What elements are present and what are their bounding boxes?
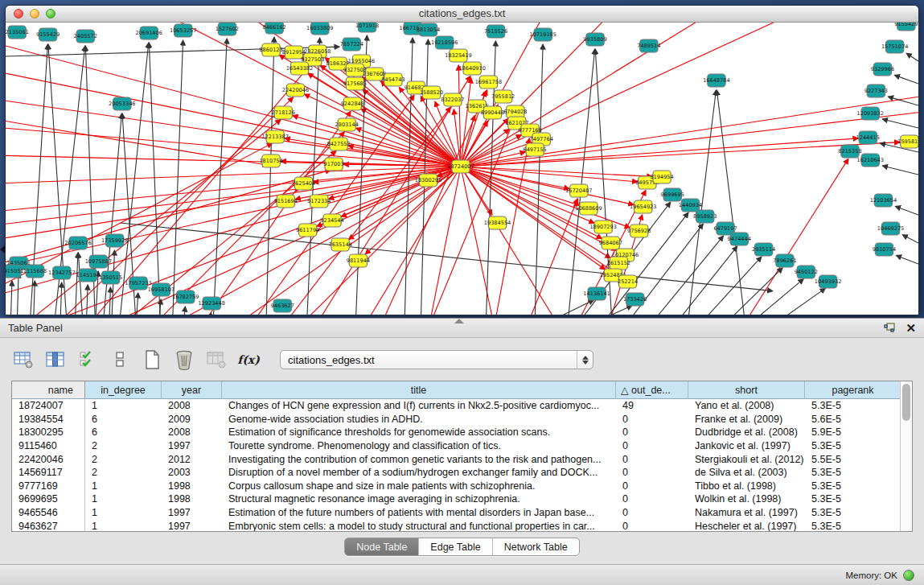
dropdown-stepper-icon <box>577 351 593 369</box>
table-row[interactable]: 946554611997Estimation of the future num… <box>12 506 900 520</box>
graph-node-label: 1244415 <box>856 134 880 141</box>
table-panel: Table Panel ✕ <box>0 318 924 585</box>
table-row[interactable]: 969969511998Structural magnetic resonanc… <box>12 492 900 506</box>
graph-node-label: 1115688 <box>23 268 47 274</box>
graph-node-label: 12103654 <box>870 197 897 204</box>
cell-year: 2009 <box>162 413 222 426</box>
table-row[interactable]: 1938455462009Genome-wide association stu… <box>12 413 900 426</box>
network-canvas[interactable]: 1872400788601238912954232260589327503818… <box>6 23 918 315</box>
graph-node-label: 16210643 <box>857 157 884 163</box>
graph-node-label: 1810754 <box>259 158 282 164</box>
column-header-year[interactable]: year <box>162 381 222 398</box>
cell-title: Genome-wide association studies in ADHD. <box>222 413 616 426</box>
table-selector-dropdown[interactable]: citations_edges.txt <box>280 350 593 369</box>
cell-short: Dudbridge et al. (2008) <box>688 426 805 439</box>
column-header-out_degree[interactable]: △ out_de... <box>616 381 688 398</box>
function-builder-icon[interactable]: f(x) <box>236 348 261 372</box>
column-select-icon[interactable] <box>43 348 68 372</box>
table-row[interactable]: 2242004622012Investigating the contribut… <box>12 452 900 466</box>
graph-node-label: 7896261 <box>773 257 796 264</box>
graph-node-label: 8912954 <box>282 49 306 56</box>
table-settings-icon[interactable] <box>11 348 35 372</box>
desktop-background: citations_edges.txt 18724007886012389129… <box>0 0 924 318</box>
delete-rows-icon[interactable] <box>172 348 196 372</box>
graph-node-label: 10653257 <box>170 27 196 34</box>
graph-node-label: 19218596 <box>431 39 458 46</box>
cell-title: Tourette syndrome. Phenomenology and cla… <box>222 439 616 453</box>
graph-node-label: 1733426 <box>623 296 647 303</box>
graph-node-label: 9155429 <box>36 31 60 38</box>
graph-node-label: 18300295 <box>415 177 441 183</box>
column-header-title[interactable]: title <box>222 381 616 398</box>
graph-node-label: 16033809 <box>306 25 333 31</box>
float-panel-icon[interactable] <box>883 322 896 335</box>
network-window-titlebar[interactable]: citations_edges.txt <box>6 6 918 23</box>
cell-out_degree: 0 <box>616 413 688 426</box>
table-body: 1872400712008Changes of HCN gene express… <box>12 399 900 531</box>
cell-short: de Silva et al. (2003) <box>688 466 805 480</box>
cell-name: 9463627 <box>12 519 85 531</box>
cell-year: 1997 <box>162 439 222 453</box>
graph-node-label: 7635144 <box>328 241 351 248</box>
table-panel-titlebar[interactable]: Table Panel ✕ <box>0 319 924 338</box>
status-bar: Memory: OK <box>0 564 924 585</box>
graph-node-label: 2405572 <box>74 33 97 39</box>
table-row[interactable]: 946362711997Embryonic stem cells: a mode… <box>12 519 900 531</box>
graph-node-label: 17359928 <box>101 237 128 244</box>
cell-short: Stergiakouli et al. (2012) <box>688 452 805 466</box>
cell-in_degree: 1 <box>85 492 162 506</box>
table-row[interactable]: 977716911998Corpus callosum shape and si… <box>12 480 900 493</box>
graph-node-label: 17957233 <box>125 280 151 286</box>
table-row[interactable]: 1456911722003Disruption of a novel membe… <box>12 466 900 480</box>
column-header-name[interactable]: name <box>12 381 85 398</box>
table-row[interactable]: 911546021997Tourette syndrome. Phenomeno… <box>12 439 900 453</box>
table-row[interactable]: 1830029562008Estimation of significance … <box>12 426 900 439</box>
tab-node-table[interactable]: Node Table <box>345 538 419 555</box>
cell-year: 1998 <box>162 492 222 506</box>
cell-pagerank: 5.3E-5 <box>805 492 900 506</box>
column-header-in_degree[interactable]: in_degree <box>85 381 162 398</box>
table-scrollbar[interactable] <box>900 381 912 531</box>
import-table-icon[interactable] <box>204 348 228 372</box>
graph-node-label: 16543382 <box>286 65 313 72</box>
tab-edge-table[interactable]: Edge Table <box>419 538 492 555</box>
memory-status-icon[interactable] <box>903 570 914 581</box>
graph-node-label: 1440934 <box>679 202 702 208</box>
table-selector-value: citations_edges.txt <box>281 354 577 366</box>
graph-node-label: 20206576 <box>64 240 91 246</box>
table-scrollbar-thumb[interactable] <box>902 384 910 421</box>
graph-node-label: 20691406 <box>135 30 162 36</box>
memory-status-label: Memory: OK <box>845 571 897 580</box>
graph-node-label: 16961758 <box>475 79 502 85</box>
graph-node-label: 10719185 <box>530 31 556 38</box>
graph-node-label: 16782759 <box>172 294 199 300</box>
splitter-handle-icon[interactable] <box>454 319 464 323</box>
column-header-short[interactable]: short <box>688 381 805 398</box>
close-panel-icon[interactable]: ✕ <box>906 322 916 334</box>
graph-node-label: 9756928 <box>627 228 651 234</box>
graph-node-label: 7625404 <box>292 180 315 187</box>
cell-out_degree: 49 <box>616 399 688 413</box>
graph-node-label: 9175685 <box>343 80 367 87</box>
graph-node-label: 1145194 <box>76 272 100 278</box>
cell-title: Investigating the contribution of common… <box>222 452 616 466</box>
column-header-pagerank[interactable]: pagerank <box>805 381 900 398</box>
row-height-icon[interactable] <box>108 348 132 372</box>
graph-node-label: 9242848 <box>341 101 364 107</box>
table-row[interactable]: 1872400712008Changes of HCN gene express… <box>12 399 900 413</box>
cell-title: Estimation of the future numbers of pati… <box>222 506 616 520</box>
graph-node-label: 1071918 <box>355 23 379 29</box>
network-window[interactable]: citations_edges.txt 18724007886012389129… <box>5 5 919 315</box>
graph-node-label: 8427552 <box>326 141 350 147</box>
tab-network-table[interactable]: Network Table <box>493 538 579 555</box>
cell-title: Disruption of a novel member of a sodium… <box>222 466 616 480</box>
cell-year: 1998 <box>162 480 222 493</box>
cell-out_degree: 0 <box>616 452 688 466</box>
cell-short: Wolkin et al. (1998) <box>688 492 805 506</box>
graph-node-label: 12093832 <box>857 110 884 117</box>
graph-node-label: 8466162 <box>262 24 285 31</box>
select-checks-icon[interactable] <box>76 348 100 372</box>
cell-out_degree: 0 <box>616 466 688 480</box>
graph-node-label: 10688609 <box>575 205 602 212</box>
new-table-icon[interactable] <box>140 348 164 372</box>
